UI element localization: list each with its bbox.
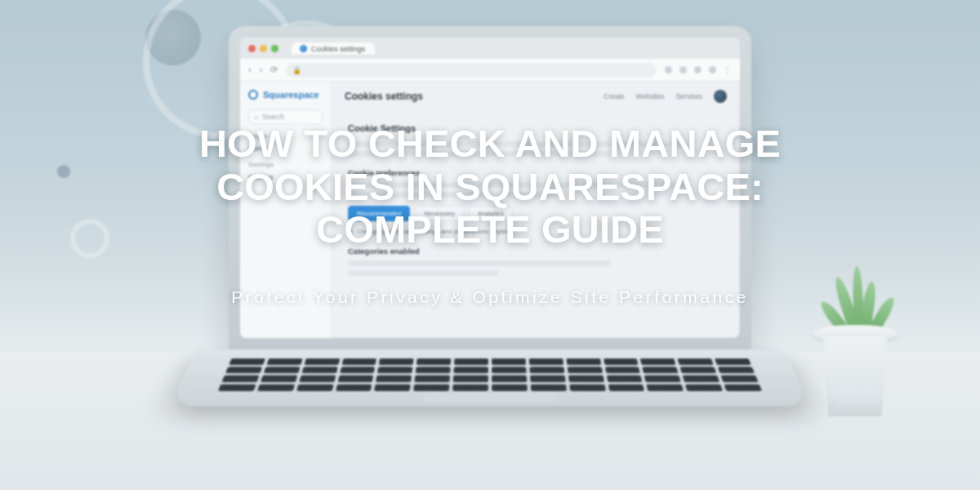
maximize-icon[interactable] [271,45,278,52]
brand-logo-icon [248,90,258,100]
trackpad [424,392,557,402]
hero-scene: Cookies settings ‹ › ⟳ 🔒 [0,0,980,490]
hero-subtitle: Protect Your Privacy & Optimize Site Per… [0,287,980,307]
window-controls [248,45,278,52]
avatar[interactable] [714,90,727,103]
browser-toolbar: ‹ › ⟳ 🔒 ⋮ [240,59,740,82]
browser-tabbar: Cookies settings [240,38,740,59]
laptop-keyboard [169,350,812,406]
reload-icon[interactable]: ⟳ [270,65,278,75]
address-bar[interactable]: 🔒 [286,63,657,78]
brand[interactable]: Squarespace [248,90,323,100]
lock-icon: 🔒 [292,66,301,74]
header-link[interactable]: Services [675,92,702,100]
close-icon[interactable] [248,45,256,52]
hero-title-line: COMPLETE GUIDE [114,208,866,252]
brand-name: Squarespace [263,90,318,100]
page-heading: Cookies settings [345,91,423,102]
extension-icon[interactable] [694,66,702,74]
keys-grid [218,359,762,391]
menu-icon[interactable]: ⋮ [724,65,732,74]
hero-title-line: HOW TO CHECK AND MANAGE [114,122,866,166]
search-icon: ⌕ [254,113,258,121]
back-icon[interactable]: ‹ [248,65,252,75]
hero-title-line: COOKIES IN SQUARESPACE: [114,166,866,209]
sidebar-search-placeholder: Search [262,113,284,121]
header-link[interactable]: Create [604,92,625,100]
header-link[interactable]: Websites [636,92,665,100]
hero-title: HOW TO CHECK AND MANAGE COOKIES IN SQUAR… [114,122,866,252]
forward-icon[interactable]: › [260,65,263,75]
header-links: Create Websites Services [604,90,727,103]
minimize-icon[interactable] [260,45,267,52]
extension-icon[interactable] [709,66,716,74]
favicon-icon [300,45,307,52]
browser-tab-label: Cookies settings [311,45,365,53]
main-header: Cookies settings Create Websites Service… [332,82,740,112]
plant [810,302,900,416]
overlay-text: HOW TO CHECK AND MANAGE COOKIES IN SQUAR… [0,122,980,307]
extension-icon[interactable] [679,66,687,74]
extension-icon[interactable] [665,66,672,74]
browser-tab[interactable]: Cookies settings [292,42,375,55]
